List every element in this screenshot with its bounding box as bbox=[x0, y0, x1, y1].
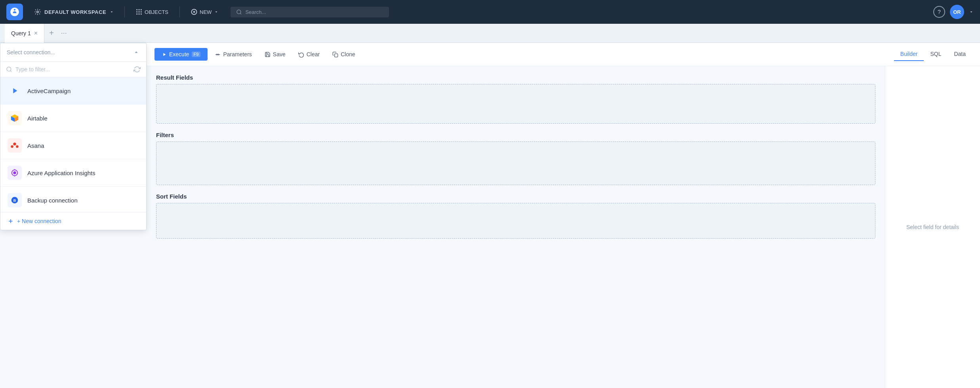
azure-icon bbox=[8, 166, 22, 180]
save-button[interactable]: Save bbox=[259, 48, 291, 61]
clear-label: Clear bbox=[307, 51, 320, 57]
global-search[interactable]: Search... bbox=[231, 7, 389, 17]
new-nav-btn[interactable]: NEW bbox=[185, 6, 224, 17]
svg-point-33 bbox=[218, 54, 219, 55]
result-fields-label: Result Fields bbox=[156, 74, 875, 81]
refresh-icon[interactable] bbox=[133, 66, 141, 73]
execute-label: Execute bbox=[169, 51, 189, 57]
parameters-button[interactable]: Parameters bbox=[209, 48, 257, 61]
asana-icon bbox=[8, 138, 22, 153]
objects-nav-btn[interactable]: OBJECTS bbox=[130, 6, 174, 17]
connection-filter-input[interactable] bbox=[15, 66, 130, 73]
sort-fields-box[interactable] bbox=[156, 203, 875, 239]
tab-more-button[interactable]: ··· bbox=[59, 29, 69, 37]
help-icon: ? bbox=[938, 9, 941, 15]
connection-item-activecampaign[interactable]: ActiveCampaign bbox=[0, 77, 146, 105]
details-panel: Select field for details bbox=[885, 66, 980, 388]
add-tab-button[interactable]: + bbox=[44, 29, 59, 38]
svg-point-22 bbox=[16, 145, 18, 148]
backup-icon: B bbox=[8, 193, 22, 207]
svg-line-14 bbox=[240, 13, 242, 14]
svg-point-13 bbox=[237, 10, 241, 13]
user-avatar[interactable]: OR bbox=[950, 5, 964, 19]
result-fields-box[interactable] bbox=[156, 84, 875, 124]
workspace-selector[interactable]: DEFAULT WORKSPACE bbox=[29, 6, 119, 18]
search-placeholder: Search... bbox=[245, 9, 266, 15]
top-nav: DEFAULT WORKSPACE OBJECTS NEW Search... … bbox=[0, 0, 980, 24]
execute-shortcut: F9 bbox=[192, 52, 201, 57]
tab-close-icon[interactable]: × bbox=[34, 30, 38, 36]
save-label: Save bbox=[273, 51, 286, 57]
builder-area: Result Fields Filters Sort Fields Select… bbox=[147, 66, 980, 388]
connection-name-airtable: Airtable bbox=[27, 115, 48, 122]
app-logo[interactable] bbox=[6, 4, 23, 20]
clone-icon bbox=[332, 52, 338, 57]
connection-name-azure: Azure Application Insights bbox=[27, 170, 95, 176]
add-tab-icon: + bbox=[49, 29, 54, 38]
svg-rect-5 bbox=[139, 11, 140, 13]
svg-rect-6 bbox=[141, 11, 142, 13]
toolbar: Execute F9 Parameters Save bbox=[147, 43, 980, 66]
svg-rect-34 bbox=[335, 54, 338, 57]
connection-list: ActiveCampaign Airtable bbox=[0, 77, 146, 212]
svg-rect-7 bbox=[136, 13, 137, 15]
main-content: Select connection... ActiveCampaign bbox=[0, 43, 980, 388]
details-placeholder-text: Select field for details bbox=[906, 224, 959, 230]
svg-point-0 bbox=[37, 11, 39, 13]
clear-button[interactable]: Clear bbox=[293, 48, 325, 61]
parameters-icon bbox=[215, 52, 221, 57]
sort-fields-label: Sort Fields bbox=[156, 193, 875, 200]
nav-right-section: ? OR bbox=[933, 5, 974, 19]
dropdown-chevron-icon[interactable] bbox=[133, 49, 140, 56]
connection-name-activecampaign: ActiveCampaign bbox=[27, 88, 71, 94]
activecampaign-icon bbox=[8, 84, 22, 98]
execute-button[interactable]: Execute F9 bbox=[154, 48, 208, 61]
nav-divider-1 bbox=[124, 6, 125, 17]
svg-point-15 bbox=[7, 67, 11, 71]
clone-button[interactable]: Clone bbox=[327, 48, 361, 61]
avatar-chevron-icon bbox=[969, 10, 974, 14]
help-button[interactable]: ? bbox=[933, 6, 945, 18]
svg-rect-3 bbox=[141, 9, 142, 10]
sql-tab[interactable]: SQL bbox=[924, 48, 948, 61]
builder-tab[interactable]: Builder bbox=[894, 48, 924, 61]
new-connection-label: + New connection bbox=[17, 218, 61, 224]
filter-search-icon bbox=[6, 66, 12, 73]
connection-item-backup[interactable]: B Backup connection bbox=[0, 187, 146, 212]
objects-label: OBJECTS bbox=[145, 9, 168, 15]
airtable-icon bbox=[8, 111, 22, 125]
tab-bar: Query 1 × + ··· bbox=[0, 24, 980, 43]
save-icon bbox=[265, 52, 271, 57]
more-icon: ··· bbox=[61, 29, 67, 37]
view-tabs: Builder SQL Data bbox=[894, 48, 972, 61]
svg-point-32 bbox=[217, 54, 218, 55]
execute-play-icon bbox=[162, 52, 167, 57]
clone-label: Clone bbox=[341, 51, 355, 57]
connection-item-azure[interactable]: Azure Application Insights bbox=[0, 159, 146, 187]
svg-rect-9 bbox=[141, 13, 142, 15]
connection-item-airtable[interactable]: Airtable bbox=[0, 105, 146, 132]
builder-main: Result Fields Filters Sort Fields bbox=[147, 66, 885, 388]
connection-filter-row bbox=[0, 62, 146, 77]
svg-point-23 bbox=[13, 171, 16, 174]
tab-label: Query 1 bbox=[11, 30, 31, 36]
svg-line-16 bbox=[10, 71, 11, 72]
connection-name-backup: Backup connection bbox=[27, 197, 78, 204]
plus-icon bbox=[8, 218, 14, 224]
dropdown-header: Select connection... bbox=[0, 43, 146, 62]
dropdown-placeholder: Select connection... bbox=[7, 49, 55, 55]
svg-text:B: B bbox=[13, 199, 16, 203]
right-area: Execute F9 Parameters Save bbox=[147, 43, 980, 388]
filters-label: Filters bbox=[156, 132, 875, 138]
connection-dropdown: Select connection... ActiveCampaign bbox=[0, 43, 147, 230]
connection-item-asana[interactable]: Asana bbox=[0, 132, 146, 159]
svg-point-21 bbox=[11, 145, 13, 148]
svg-rect-1 bbox=[136, 9, 137, 10]
new-label: NEW bbox=[200, 9, 212, 15]
filters-box[interactable] bbox=[156, 141, 875, 185]
svg-rect-2 bbox=[139, 9, 140, 10]
data-tab[interactable]: Data bbox=[948, 48, 972, 61]
query-tab-1[interactable]: Query 1 × bbox=[5, 24, 44, 43]
parameters-label: Parameters bbox=[223, 51, 252, 57]
new-connection-button[interactable]: + New connection bbox=[0, 212, 146, 230]
